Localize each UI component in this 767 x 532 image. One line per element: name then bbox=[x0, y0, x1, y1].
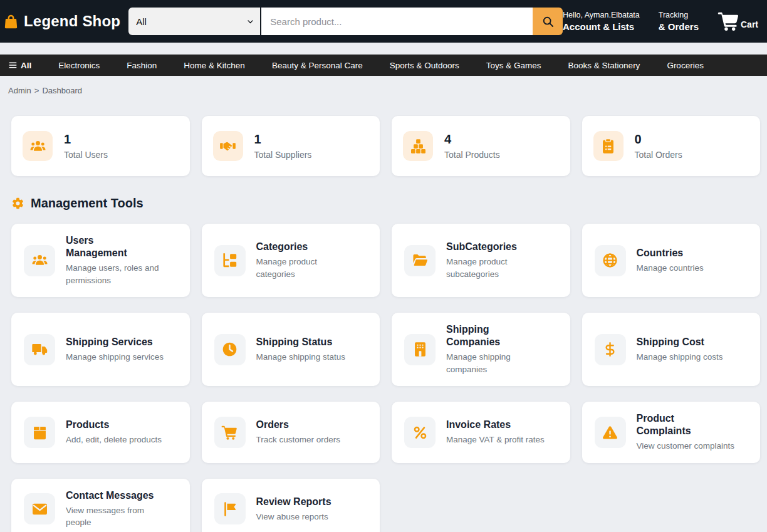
clipboard-list-icon bbox=[593, 131, 624, 161]
tool-text: SubCategories Manage product subcategori… bbox=[446, 241, 517, 280]
search-button[interactable] bbox=[533, 8, 563, 35]
tool-card-countries[interactable]: Countries Manage countries bbox=[582, 224, 761, 297]
tool-subtitle: Manage VAT & profit rates bbox=[446, 434, 545, 446]
nav-item-home-kitchen[interactable]: Home & Kitchen bbox=[184, 61, 245, 70]
tool-card-shipping-services[interactable]: Shipping Services Manage shipping servic… bbox=[11, 313, 190, 386]
stat-text: 0 Total Orders bbox=[635, 132, 682, 160]
brand-logo[interactable]: Legend Shop bbox=[3, 13, 120, 30]
breadcrumb-dashboard[interactable]: Dashboard bbox=[42, 86, 82, 95]
tool-card-users-management[interactable]: Users Management Manage users, roles and… bbox=[11, 224, 190, 297]
tool-subtitle: View messages from people bbox=[66, 504, 154, 529]
nav-item-electronics[interactable]: Electronics bbox=[58, 61, 100, 70]
tool-card-shipping-status[interactable]: Shipping Status Manage shipping status bbox=[202, 313, 380, 386]
gear-icon bbox=[11, 197, 24, 210]
tool-subtitle: Manage shipping companies bbox=[446, 351, 511, 375]
box-icon bbox=[24, 417, 55, 448]
users-group-icon bbox=[23, 131, 53, 161]
nav-item-toys-games[interactable]: Toys & Games bbox=[486, 61, 541, 70]
stat-text: 4 Total Products bbox=[444, 132, 500, 160]
cart-icon bbox=[717, 10, 740, 33]
stat-card-total-products: 4 Total Products bbox=[392, 116, 570, 176]
tool-subtitle: Manage users, roles and permissions bbox=[66, 262, 159, 286]
cart-button[interactable]: Cart bbox=[717, 10, 758, 33]
tracking-label: Tracking bbox=[659, 11, 699, 19]
stat-label: Total Suppliers bbox=[254, 150, 312, 160]
tool-card-orders[interactable]: Orders Track customer orders bbox=[202, 402, 380, 463]
tool-card-shipping-cost[interactable]: Shipping Cost Manage shipping costs bbox=[582, 313, 761, 386]
tool-text: Orders Track customer orders bbox=[256, 419, 341, 446]
stat-card-total-suppliers: 1 Total Suppliers bbox=[202, 116, 380, 176]
stat-text: 1 Total Suppliers bbox=[254, 132, 312, 160]
envelope-icon bbox=[24, 493, 55, 524]
nav-item-all[interactable]: All bbox=[8, 61, 31, 70]
tool-text: Product Complaints View customer complai… bbox=[637, 412, 735, 452]
flag-icon bbox=[214, 493, 246, 524]
nav-item-beauty-personal-care[interactable]: Beauty & Personal Care bbox=[272, 61, 363, 70]
tool-card-invoice-rates[interactable]: Invoice Rates Manage VAT & profit rates bbox=[392, 402, 570, 463]
stat-value: 1 bbox=[254, 132, 312, 147]
search-icon bbox=[541, 15, 555, 28]
dollar-icon bbox=[595, 334, 626, 365]
search-category-wrap: All bbox=[128, 8, 260, 35]
orders-menu[interactable]: Tracking & Orders bbox=[659, 11, 699, 33]
search-input[interactable] bbox=[261, 8, 533, 35]
truck-icon bbox=[24, 334, 55, 365]
tool-text: Review Reports View abuse reports bbox=[256, 496, 331, 523]
folder-open-icon bbox=[404, 245, 436, 276]
nav-item-sports-outdoors[interactable]: Sports & Outdoors bbox=[390, 61, 459, 70]
tool-title: Shipping Companies bbox=[446, 323, 511, 348]
tool-card-products[interactable]: Products Add, edit, delete products bbox=[11, 402, 190, 463]
stat-label: Total Products bbox=[444, 150, 500, 160]
tools-grid: Users Management Manage users, roles and… bbox=[11, 224, 760, 532]
clock-icon bbox=[214, 334, 246, 365]
tool-subtitle: Manage shipping costs bbox=[637, 351, 723, 363]
breadcrumb-admin[interactable]: Admin bbox=[8, 86, 31, 95]
tool-title: Invoice Rates bbox=[446, 419, 545, 431]
tool-card-review-reports[interactable]: Review Reports View abuse reports bbox=[202, 479, 380, 532]
nav-item-fashion[interactable]: Fashion bbox=[127, 61, 157, 70]
tool-subtitle: Manage shipping status bbox=[256, 351, 346, 363]
account-menu[interactable]: Hello, Ayman.Elbatata Account & Lists bbox=[563, 11, 640, 33]
brand-name: Legend Shop bbox=[24, 13, 120, 30]
tool-title: Categories bbox=[256, 241, 318, 253]
handshake-icon bbox=[213, 131, 243, 161]
stat-text: 1 Total Users bbox=[64, 132, 108, 160]
tool-text: Invoice Rates Manage VAT & profit rates bbox=[446, 419, 545, 446]
tool-text: Users Management Manage users, roles and… bbox=[66, 234, 159, 286]
account-greeting: Hello, Ayman.Elbatata bbox=[563, 11, 640, 19]
folder-tree-icon bbox=[214, 245, 246, 276]
breadcrumb: Admin>Dashboard bbox=[8, 86, 767, 95]
cart-label: Cart bbox=[741, 19, 758, 29]
tool-subtitle: Manage product categories bbox=[256, 256, 318, 280]
nav-item-books-stationery[interactable]: Books & Stationery bbox=[568, 61, 640, 70]
tool-title: Shipping Services bbox=[66, 336, 164, 348]
tool-title: Countries bbox=[637, 247, 704, 259]
tool-text: Categories Manage product categories bbox=[256, 241, 318, 280]
search-category-select[interactable]: All bbox=[128, 8, 260, 35]
nav-item-label: Sports & Outdoors bbox=[390, 61, 459, 70]
tool-subtitle: Track customer orders bbox=[256, 434, 341, 446]
tool-card-subcategories[interactable]: SubCategories Manage product subcategori… bbox=[392, 224, 570, 297]
tool-card-product-complaints[interactable]: Product Complaints View customer complai… bbox=[582, 402, 761, 463]
category-navbar: AllElectronicsFashionHome & KitchenBeaut… bbox=[0, 55, 767, 76]
nav-item-label: All bbox=[21, 61, 31, 70]
tool-subtitle: Manage countries bbox=[637, 262, 704, 274]
header-right: Hello, Ayman.Elbatata Account & Lists Tr… bbox=[563, 10, 761, 33]
management-tools-header: Management Tools bbox=[11, 196, 760, 211]
percent-icon bbox=[404, 417, 436, 448]
tool-title: Orders bbox=[256, 419, 341, 431]
tool-card-categories[interactable]: Categories Manage product categories bbox=[202, 224, 380, 297]
nav-item-label: Fashion bbox=[127, 61, 157, 70]
cubes-icon bbox=[403, 131, 433, 161]
nav-item-groceries[interactable]: Groceries bbox=[667, 61, 704, 70]
stat-value: 0 bbox=[635, 132, 682, 147]
tool-card-contact-messages[interactable]: Contact Messages View messages from peop… bbox=[11, 479, 190, 532]
tool-subtitle: Manage product subcategories bbox=[446, 256, 517, 280]
tool-title: Shipping Cost bbox=[637, 336, 723, 348]
bag-icon bbox=[3, 13, 19, 30]
stat-value: 4 bbox=[444, 132, 500, 147]
tool-card-shipping-companies[interactable]: Shipping Companies Manage shipping compa… bbox=[392, 313, 570, 386]
globe-icon bbox=[595, 245, 626, 276]
stat-label: Total Orders bbox=[635, 150, 682, 160]
tool-title: Review Reports bbox=[256, 496, 331, 508]
